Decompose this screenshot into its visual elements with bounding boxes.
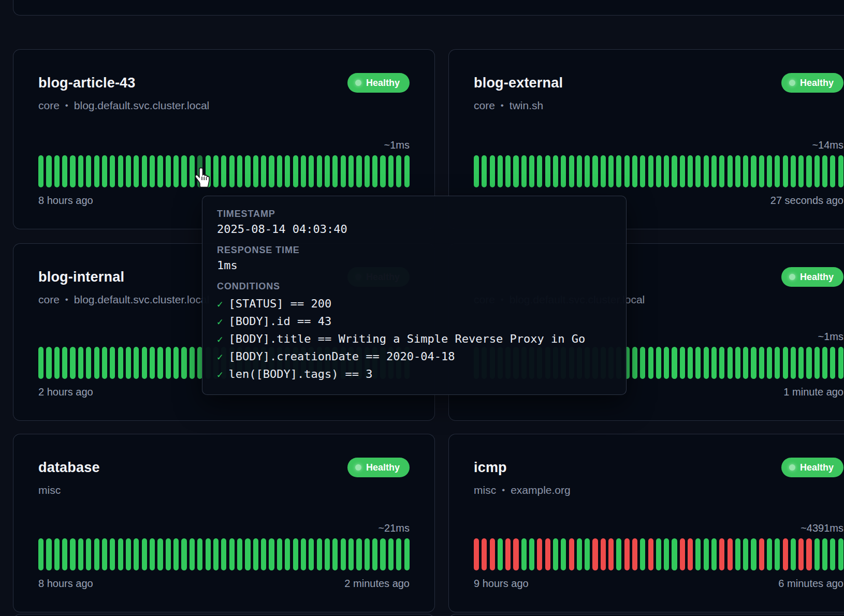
status-bar[interactable] [142, 538, 147, 570]
status-bar[interactable] [688, 347, 693, 379]
status-bar[interactable] [380, 538, 385, 570]
status-bar[interactable] [293, 538, 298, 570]
status-bar[interactable] [102, 347, 107, 379]
status-bar[interactable] [711, 155, 717, 187]
status-bar[interactable] [719, 155, 724, 187]
status-bar[interactable] [585, 155, 590, 187]
status-bar[interactable] [751, 347, 756, 379]
status-bar[interactable] [529, 538, 534, 570]
status-bar[interactable] [814, 347, 820, 379]
status-bar[interactable] [680, 538, 685, 570]
endpoint-card-database[interactable]: database Healthy misc ~21ms 8 hours ago … [13, 434, 435, 612]
status-bar[interactable] [561, 538, 566, 570]
status-bar[interactable] [474, 538, 479, 570]
status-bar[interactable] [688, 538, 693, 570]
status-bar[interactable] [545, 155, 550, 187]
status-bar[interactable] [791, 347, 796, 379]
status-bar[interactable] [221, 155, 226, 187]
status-bar[interactable] [102, 155, 107, 187]
status-bar[interactable] [70, 347, 75, 379]
status-bar[interactable] [54, 538, 60, 570]
status-bar[interactable] [806, 347, 811, 379]
status-bar[interactable] [482, 538, 487, 570]
status-bar[interactable] [166, 155, 171, 187]
status-bar[interactable] [173, 347, 179, 379]
status-bar[interactable] [624, 538, 630, 570]
status-bar[interactable] [332, 538, 338, 570]
status-bar[interactable] [253, 155, 258, 187]
status-bar[interactable] [656, 155, 661, 187]
status-bar[interactable] [592, 538, 598, 570]
status-bar[interactable] [521, 155, 527, 187]
status-bar[interactable] [341, 538, 346, 570]
status-bar[interactable] [110, 155, 115, 187]
status-bar[interactable] [601, 155, 606, 187]
status-bar[interactable] [775, 155, 780, 187]
status-bar[interactable] [396, 155, 401, 187]
status-bar[interactable] [751, 155, 756, 187]
status-bar[interactable] [404, 538, 410, 570]
status-bar[interactable] [577, 155, 582, 187]
status-bar[interactable] [356, 155, 361, 187]
status-bar[interactable] [791, 155, 796, 187]
status-bar[interactable] [118, 538, 123, 570]
status-bar[interactable] [197, 538, 202, 570]
status-bar[interactable] [102, 538, 107, 570]
status-bar[interactable] [783, 155, 788, 187]
status-bar[interactable] [798, 347, 804, 379]
status-bar[interactable] [513, 538, 518, 570]
status-bar[interactable] [490, 155, 495, 187]
status-bar[interactable] [173, 155, 179, 187]
status-bar[interactable] [656, 347, 661, 379]
status-bar[interactable] [553, 155, 558, 187]
status-bar[interactable] [490, 538, 495, 570]
status-bar[interactable] [70, 155, 75, 187]
status-bar[interactable] [157, 538, 163, 570]
status-bar[interactable] [767, 538, 772, 570]
status-bar[interactable] [482, 155, 487, 187]
status-bar[interactable] [704, 155, 709, 187]
status-bar[interactable] [261, 538, 266, 570]
status-bar[interactable] [838, 538, 843, 570]
status-bar[interactable] [505, 538, 511, 570]
status-bar[interactable] [365, 538, 370, 570]
status-bar[interactable] [822, 155, 827, 187]
status-bar[interactable] [814, 155, 820, 187]
status-bar[interactable] [806, 538, 811, 570]
status-bar[interactable] [365, 155, 370, 187]
status-bar[interactable] [569, 538, 574, 570]
status-bar[interactable] [380, 155, 385, 187]
status-bar[interactable] [332, 155, 338, 187]
status-bar[interactable] [166, 538, 171, 570]
status-bar[interactable] [86, 538, 91, 570]
status-bar[interactable] [775, 347, 780, 379]
status-bar[interactable] [46, 538, 51, 570]
status-bar[interactable] [126, 538, 131, 570]
status-bar[interactable] [46, 347, 51, 379]
status-bar[interactable] [648, 155, 653, 187]
status-bar[interactable] [388, 155, 394, 187]
status-bar[interactable] [78, 538, 83, 570]
status-bar[interactable] [680, 347, 685, 379]
status-bar[interactable] [704, 538, 709, 570]
endpoint-card-icmp[interactable]: icmp Healthy misc • example.org ~4391ms … [448, 434, 844, 612]
status-bar[interactable] [142, 155, 147, 187]
status-bar[interactable] [213, 155, 219, 187]
status-bar[interactable] [664, 538, 669, 570]
status-bar[interactable] [592, 155, 598, 187]
endpoint-card-partial-bottom-left[interactable] [13, 614, 435, 616]
status-bar[interactable] [237, 155, 242, 187]
status-bar[interactable] [704, 347, 709, 379]
status-bar[interactable] [261, 155, 266, 187]
status-bar[interactable] [134, 347, 139, 379]
status-bar[interactable] [695, 347, 701, 379]
status-bar[interactable] [94, 347, 99, 379]
status-bar[interactable] [498, 538, 503, 570]
status-bar[interactable] [118, 347, 123, 379]
status-bar[interactable] [688, 155, 693, 187]
status-bar[interactable] [173, 538, 179, 570]
status-bar[interactable] [648, 347, 653, 379]
endpoint-card-partial-top[interactable] [13, 0, 844, 16]
status-bar[interactable] [301, 538, 306, 570]
status-bar[interactable] [743, 155, 748, 187]
